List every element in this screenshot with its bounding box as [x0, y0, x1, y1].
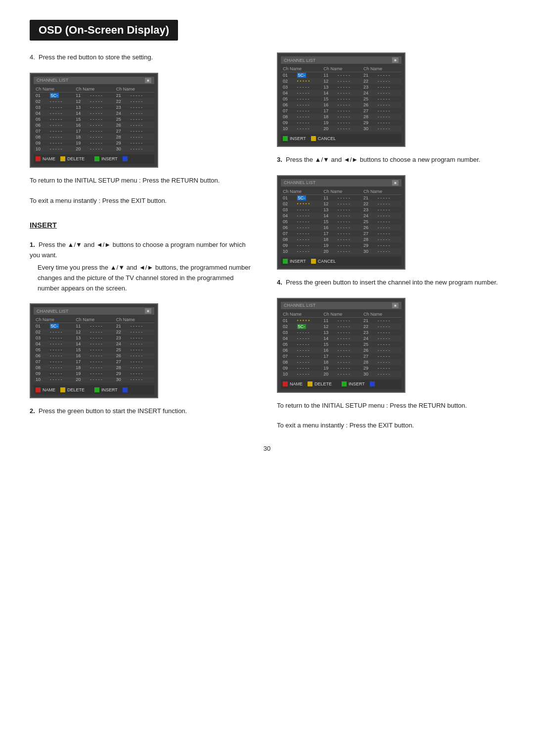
table-row: 08- - - - - 18- - - - - 28- - - - - [281, 114, 401, 120]
osd-box-insert-header: CHANNEL LIST ■ [34, 307, 154, 315]
name-btn: NAME [36, 156, 55, 161]
osd-box-top-right: CHANNEL LIST ■ Ch Name Ch Name Ch Name 0… [277, 52, 405, 147]
table-row: 10- - - - - 20- - - - - 30- - - - - [281, 248, 401, 254]
osd-box-mid-right: CHANNEL LIST ■ Ch Name Ch Name Ch Name 0… [277, 175, 405, 270]
return-text-right: To return to the INITIAL SETUP menu : Pr… [277, 401, 504, 411]
table-row: 05- - - - - 15- - - - - 25- - - - - [34, 347, 154, 353]
table-row: 08- - - - - 18- - - - - 28- - - - - [34, 365, 154, 371]
osd-table-1: Ch Name Ch Name Ch Name 01 5C- 11 - - - … [34, 86, 154, 152]
table-row: 02 • • • • • 12- - - - - 22- - - - - [281, 78, 401, 84]
osd-box-insert: CHANNEL LIST ■ Ch Name Ch Name Ch Name 0… [30, 303, 158, 398]
page-number: 30 [30, 445, 504, 452]
table-row: 08- - - - - 18- - - - - 28- - - - - [281, 359, 401, 365]
red-square-icon [283, 381, 288, 386]
green-square-icon [283, 136, 288, 141]
table-row: 04- - - - - 14- - - - - 24- - - - - [34, 110, 154, 116]
osd-box-final-right: CHANNEL LIST ■ Ch Name Ch Name Ch Name 0… [277, 298, 405, 393]
yellow-square-icon [60, 156, 65, 161]
table-row: 07- - - - - 17- - - - - 27- - - - - [34, 128, 154, 134]
table-row: 09- - - - - 19- - - - - 29- - - - - [34, 371, 154, 377]
table-row: 10- - - - - 20- - - - - 30- - - - - [34, 377, 154, 382]
table-row: 01 • • • • • 11- - - - - 21- - - - - [281, 317, 401, 324]
table-row: 10- - - - - 20- - - - - 30- - - - - [281, 126, 401, 132]
right-column: CHANNEL LIST ■ Ch Name Ch Name Ch Name 0… [277, 52, 504, 433]
table-row: 04- - - - - 14- - - - - 24- - - - - [281, 90, 401, 96]
osd-footer-insert: NAME DELETE INSERT [34, 385, 154, 394]
table-row: 09- - - - - 19- - - - - 29- - - - - [281, 365, 401, 371]
step1-block: 1. Press the ▲/▼ and ◄/► buttons to choo… [30, 240, 257, 295]
step4-right-text: 4. Press the green button to insert the … [277, 278, 504, 288]
step1-extra: Every time you press the ▲/▼ and ◄/► but… [30, 263, 257, 293]
table-row: 04- - - - - 14- - - - - 24- - - - - [34, 341, 154, 347]
green-square-icon [283, 259, 288, 264]
yellow-square-icon [308, 381, 312, 386]
main-content: 4. Press the red button to store the set… [30, 52, 504, 433]
table-row: 06- - - - - 16- - - - - 26- - - - - [281, 225, 401, 231]
osd-box-1: CHANNEL LIST ■ Ch Name Ch Name Ch Name 0… [30, 73, 158, 168]
table-row: 02- - - - - 12- - - - - 22- - - - - [34, 98, 154, 104]
table-row: 06- - - - - 16- - - - - 26- - - - - [281, 347, 401, 353]
table-row: 03- - - - - 13- - - - - 23- - - - - [34, 335, 154, 341]
table-row: 02 5C- 12- - - - - 22- - - - - [281, 324, 401, 330]
table-row: 07- - - - - 17- - - - - 27- - - - - [281, 108, 401, 114]
red-square-icon [36, 156, 41, 161]
exit-text-left: To exit a menu instantly : Press the EXI… [30, 196, 257, 206]
table-row: 08- - - - - 18- - - - - 28- - - - - [34, 134, 154, 140]
table-row: 10- - - - - 20- - - - - 30- - - - - [281, 371, 401, 377]
table-row: 04- - - - - 14- - - - - 24- - - - - [281, 335, 401, 341]
green-square-icon [94, 387, 99, 392]
left-column: 4. Press the red button to store the set… [30, 52, 257, 433]
table-row: 04- - - - - 14- - - - - 24- - - - - [281, 213, 401, 219]
osd-footer-1: NAME DELETE INSERT [34, 154, 154, 164]
table-row: 10- - - - - 20- - - - - 30- - - - - [34, 146, 154, 152]
green-square-icon [94, 156, 99, 161]
osd-table-insert: Ch Name Ch Name Ch Name 01 5C- 11- - - -… [34, 317, 154, 382]
insert-heading: INSERT [30, 221, 257, 229]
table-row: 09- - - - - 19- - - - - 29- - - - - [281, 242, 401, 248]
page-title: OSD (On-Screen Display) [30, 20, 178, 41]
table-row: 01 5C- 11- - - - - 21- - - - - [281, 72, 401, 79]
table-row: 03- - - - - 13- - - - - 23- - - - - [281, 330, 401, 335]
delete-btn: DELETE [60, 156, 85, 161]
step4-top: 4. Press the red button to store the set… [30, 52, 257, 65]
table-row: 03- - - - - 13- - - - - 23- - - - - [281, 207, 401, 213]
page-container: OSD (On-Screen Display) 4. Press the red… [30, 20, 504, 452]
table-row: 09- - - - - 19- - - - - 29- - - - - [281, 120, 401, 126]
yellow-square-icon [311, 136, 316, 141]
step2-text: 2. Press the green button to start the I… [30, 406, 257, 417]
table-row: 01 5C- 11- - - - - 21- - - - - [281, 194, 401, 201]
table-row: 07- - - - - 17- - - - - 27- - - - - [281, 231, 401, 236]
table-row: 09- - - - - 19- - - - - 29- - - - - [34, 140, 154, 146]
blue-square-icon [123, 387, 128, 392]
table-row: 07- - - - - 17- - - - - 27- - - - - [34, 359, 154, 365]
step3-text: 3. Press the ▲/▼ and ◄/► buttons to choo… [277, 155, 504, 165]
table-row: 08- - - - - 18- - - - - 28- - - - - [281, 236, 401, 242]
table-row: 05- - - - - 15- - - - - 25- - - - - [281, 341, 401, 347]
table-row: 05- - - - - 15- - - - - 25- - - - - [281, 96, 401, 102]
blue-square-icon [123, 156, 128, 161]
table-row: 06- - - - - 16- - - - - 26- - - - - [34, 353, 154, 359]
step1-text: 1. Press the ▲/▼ and ◄/► buttons to choo… [30, 240, 257, 261]
osd-box-1-header: CHANNEL LIST ■ [34, 77, 154, 84]
table-row: 02 • • • • • 12- - - - - 22- - - - - [281, 201, 401, 207]
step4-label: 4. Press the red button to store the set… [30, 52, 257, 63]
table-row: 03- - - - - 13- - - - - 23- - - - - [281, 84, 401, 90]
table-row: 01 5C- 11 - - - - - 21 - - - - - [34, 92, 154, 98]
blue-square-icon [370, 381, 375, 386]
table-row: 02- - - - - 12- - - - - 22- - - - - [34, 329, 154, 335]
blue-btn [123, 156, 128, 161]
table-row: 05- - - - - 15- - - - - 25- - - - - [281, 219, 401, 225]
yellow-square-icon [60, 387, 65, 392]
table-row: 01 5C- 11- - - - - 21- - - - - [34, 323, 154, 330]
insert-btn: INSERT [94, 156, 118, 161]
table-row: 06- - - - - 16- - - - - 26- - - - - [34, 122, 154, 128]
table-row: 07- - - - - 17- - - - - 27- - - - - [281, 353, 401, 359]
red-square-icon [36, 387, 41, 392]
exit-text-right: To exit a menu instantly : Press the EXI… [277, 421, 504, 431]
yellow-square-icon [311, 259, 316, 264]
return-text-left: To return to the INITIAL SETUP menu : Pr… [30, 176, 257, 186]
table-row: 06- - - - - 16- - - - - 26- - - - - [281, 102, 401, 108]
table-row: 03- - - - - 13- - - - - 23- - - - - [34, 104, 154, 110]
green-square-icon [342, 381, 347, 386]
table-row: 05- - - - - 15- - - - - 25- - - - - [34, 116, 154, 122]
